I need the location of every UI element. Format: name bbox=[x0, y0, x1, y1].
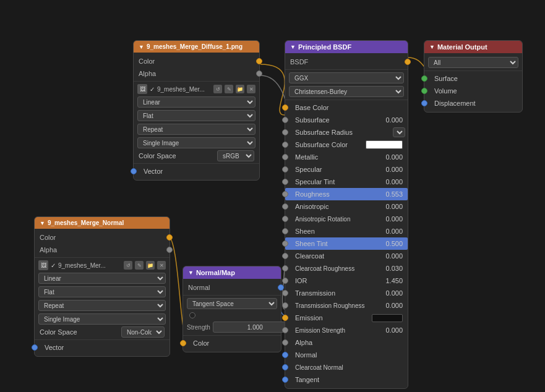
principled-subsurface-color-row: Subsurface Color bbox=[285, 138, 408, 151]
material-output-displacement-socket[interactable] bbox=[421, 100, 427, 106]
normalmap-normal-output-label: Normal bbox=[188, 284, 276, 291]
principled-anisotropic-socket[interactable] bbox=[282, 203, 288, 210]
normal-close-btn[interactable]: ✕ bbox=[157, 261, 166, 270]
principled-metallic-socket[interactable] bbox=[282, 154, 288, 160]
normalmap-header: ▼ Normal/Map bbox=[183, 266, 281, 279]
diffuse-arrow-icon: ▼ bbox=[139, 44, 144, 50]
principled-base-color-row: Base Color bbox=[285, 101, 408, 114]
diffuse-interpolation-select[interactable]: Linear Closest Cubic bbox=[137, 96, 255, 108]
material-output-arrow-icon: ▼ bbox=[429, 44, 435, 50]
material-output-dropdown-row: All Cycles EEVEE bbox=[424, 56, 522, 69]
principled-emission-preview bbox=[372, 314, 403, 322]
diffuse-vector-socket[interactable] bbox=[131, 168, 137, 174]
principled-bsdf-socket[interactable] bbox=[405, 59, 411, 65]
principled-roughness-label: Roughness bbox=[295, 190, 385, 198]
principled-trans-rough-value: 0.000 bbox=[385, 302, 403, 309]
principled-bsdf-label: BSDF bbox=[290, 58, 403, 66]
principled-subsurface-radius-select[interactable]: ▾ bbox=[393, 127, 405, 137]
normalmap-normal-output-row: Normal bbox=[183, 281, 281, 294]
normalmap-color-socket[interactable] bbox=[180, 340, 186, 346]
principled-specular-label: Specular bbox=[295, 166, 385, 173]
principled-sheen-tint-socket[interactable] bbox=[282, 241, 288, 247]
normalmap-node: ▼ Normal/Map Normal Tangent Space Object… bbox=[182, 266, 281, 352]
normal-projection-select[interactable]: Repeat Clip Extend bbox=[38, 300, 166, 311]
normal-source-select[interactable]: Single Image Generated Movie bbox=[38, 313, 166, 325]
diffuse-projection-select[interactable]: Repeat Clip Extend bbox=[137, 124, 255, 135]
principled-emission-strength-socket[interactable] bbox=[282, 327, 288, 333]
diffuse-img-icon: 🖼 bbox=[137, 84, 147, 94]
principled-subsurface-color-socket[interactable] bbox=[282, 142, 288, 148]
principled-clearcoat-normal-socket[interactable] bbox=[282, 364, 288, 370]
material-output-volume-label: Volume bbox=[434, 87, 457, 95]
material-output-dropdown[interactable]: All Cycles EEVEE bbox=[428, 57, 518, 68]
principled-specular-tint-socket[interactable] bbox=[282, 179, 288, 185]
normal-colorspace-select[interactable]: Non-Color sRGB Linear bbox=[121, 326, 165, 338]
normal-interpolation-select[interactable]: Linear Closest Cubic bbox=[38, 273, 166, 284]
normalmap-normal-socket[interactable] bbox=[278, 284, 284, 291]
principled-header: ▼ Principled BSDF bbox=[285, 41, 408, 53]
diffuse-folder-btn[interactable]: 📁 bbox=[236, 85, 244, 93]
principled-subsurface-row: Subsurface 0.000 bbox=[285, 114, 408, 126]
normal-interpolation-row: Linear Closest Cubic bbox=[35, 271, 170, 285]
principled-anisotropic-value: 0.000 bbox=[385, 203, 403, 210]
diffuse-edit-btn[interactable]: ✎ bbox=[225, 85, 233, 93]
principled-subsurface-select[interactable]: Christensen-Burley Random Walk bbox=[289, 86, 404, 97]
normal-extension-row: Flat Repeat Extend bbox=[35, 285, 170, 299]
diffuse-alpha-socket[interactable] bbox=[256, 70, 262, 77]
principled-ior-socket[interactable] bbox=[282, 278, 288, 284]
principled-alpha-socket[interactable] bbox=[282, 339, 288, 346]
principled-distribution-select[interactable]: GGX Multiscatter GGX bbox=[289, 72, 404, 83]
normal-node: ▼ 9_meshes_Merge_Normal Color Alpha 🖼 ✓ … bbox=[34, 216, 170, 357]
diffuse-alpha-label: Alpha bbox=[139, 70, 254, 77]
principled-roughness-socket[interactable] bbox=[282, 191, 288, 197]
principled-base-color-socket[interactable] bbox=[282, 104, 288, 111]
principled-ior-label: IOR bbox=[295, 277, 385, 284]
diffuse-close-btn[interactable]: ✕ bbox=[247, 85, 255, 93]
normal-node-title: 9_meshes_Merge_Normal bbox=[48, 219, 124, 226]
principled-subsurface-socket[interactable] bbox=[282, 117, 288, 123]
normal-source-row: Single Image Generated Movie bbox=[35, 312, 170, 326]
normal-vector-socket[interactable] bbox=[32, 344, 38, 351]
normal-vector-label: Vector bbox=[45, 344, 64, 351]
principled-anisotropic-rot-socket[interactable] bbox=[282, 216, 288, 222]
normalmap-dot bbox=[189, 312, 195, 318]
normal-color-socket[interactable] bbox=[166, 234, 173, 241]
principled-normal-row: Normal bbox=[285, 349, 408, 361]
material-output-volume-row: Volume bbox=[424, 85, 522, 97]
principled-clearcoat-socket[interactable] bbox=[282, 253, 288, 259]
principled-clearcoat-normal-label: Clearcoat Normal bbox=[295, 364, 403, 371]
diffuse-source-select[interactable]: Single Image Generated Movie bbox=[137, 137, 255, 148]
principled-sheen-socket[interactable] bbox=[282, 228, 288, 234]
principled-normal-socket[interactable] bbox=[282, 352, 288, 358]
principled-metallic-value: 0.000 bbox=[385, 153, 403, 161]
material-output-volume-socket[interactable] bbox=[421, 88, 427, 94]
diffuse-img-row: 🖼 ✓ 9_meshes_Mer... ↺ ✎ 📁 ✕ bbox=[134, 83, 259, 95]
normal-alpha-socket[interactable] bbox=[166, 247, 173, 253]
normal-img-icon: 🖼 bbox=[38, 260, 48, 270]
diffuse-color-socket[interactable] bbox=[256, 58, 262, 64]
material-output-surface-socket[interactable] bbox=[421, 75, 427, 82]
principled-transmission-socket[interactable] bbox=[282, 290, 288, 296]
principled-subsurface-radius-socket[interactable] bbox=[282, 129, 288, 135]
principled-tangent-socket[interactable] bbox=[282, 377, 288, 383]
principled-emission-strength-label: Emission Strength bbox=[295, 327, 385, 334]
normal-edit-btn[interactable]: ✎ bbox=[135, 261, 144, 270]
diffuse-colorspace-select[interactable]: sRGB Non-Color Linear bbox=[217, 150, 254, 161]
principled-anisotropic-label: Anisotropic bbox=[295, 203, 385, 210]
principled-clearcoat-rough-socket[interactable] bbox=[282, 265, 288, 271]
diffuse-reload-btn[interactable]: ↺ bbox=[213, 85, 222, 93]
principled-distribution-row: GGX Multiscatter GGX bbox=[285, 71, 408, 85]
principled-emission-socket[interactable] bbox=[282, 315, 288, 321]
normal-reload-btn[interactable]: ↺ bbox=[124, 261, 132, 270]
normalmap-space-select[interactable]: Tangent Space Object Space World Space bbox=[187, 298, 277, 309]
principled-specular-tint-row: Specular Tint 0.000 bbox=[285, 176, 408, 188]
normal-extension-select[interactable]: Flat Repeat Extend bbox=[38, 286, 166, 297]
principled-specular-tint-value: 0.000 bbox=[385, 178, 403, 185]
diffuse-extension-row: Flat Repeat Extend bbox=[134, 109, 259, 122]
principled-trans-rough-socket[interactable] bbox=[282, 302, 288, 309]
diffuse-extension-select[interactable]: Flat Repeat Extend bbox=[137, 110, 255, 121]
normal-folder-btn[interactable]: 📁 bbox=[146, 261, 155, 270]
normal-colorspace-label: Color Space bbox=[40, 328, 121, 336]
principled-specular-socket[interactable] bbox=[282, 166, 288, 173]
principled-emission-strength-row: Emission Strength 0.000 bbox=[285, 324, 408, 336]
